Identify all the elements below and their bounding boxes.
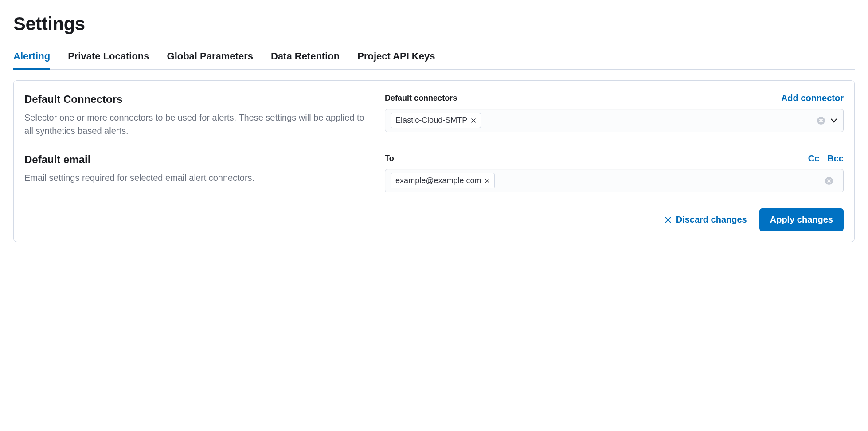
email-pill-label: example@example.com xyxy=(395,176,481,185)
clear-email-icon[interactable] xyxy=(825,176,833,185)
settings-panel: Default Connectors Selector one or more … xyxy=(13,80,855,242)
email-pill: example@example.com xyxy=(391,173,495,188)
email-to-combo-box[interactable]: example@example.com xyxy=(385,169,844,192)
panel-footer: Discard changes Apply changes xyxy=(24,208,844,231)
section-desc-email: Email settings required for selected ema… xyxy=(24,171,371,184)
connector-pill-label: Elastic-Cloud-SMTP xyxy=(395,116,467,125)
tab-private-locations[interactable]: Private Locations xyxy=(68,51,149,70)
connectors-combo-box[interactable]: Elastic-Cloud-SMTP xyxy=(385,109,844,132)
apply-changes-button[interactable]: Apply changes xyxy=(759,208,844,231)
field-label-to: To xyxy=(385,154,394,163)
discard-label: Discard changes xyxy=(676,215,747,225)
close-icon xyxy=(665,216,672,223)
remove-connector-icon[interactable] xyxy=(471,118,476,123)
cc-link[interactable]: Cc xyxy=(808,153,820,164)
chevron-down-icon[interactable] xyxy=(830,117,838,125)
tab-data-retention[interactable]: Data Retention xyxy=(271,51,340,70)
field-label-connectors: Default connectors xyxy=(385,94,457,103)
section-default-email: Default email Email settings required fo… xyxy=(24,153,844,192)
section-desc-connectors: Selector one or more connectors to be us… xyxy=(24,111,371,137)
clear-connectors-icon[interactable] xyxy=(817,116,825,125)
discard-changes-button[interactable]: Discard changes xyxy=(665,215,747,225)
remove-email-icon[interactable] xyxy=(485,178,490,184)
tab-project-api-keys[interactable]: Project API Keys xyxy=(357,51,435,70)
section-default-connectors: Default Connectors Selector one or more … xyxy=(24,93,844,137)
page-title: Settings xyxy=(13,13,855,35)
tab-global-parameters[interactable]: Global Parameters xyxy=(167,51,253,70)
section-title-email: Default email xyxy=(24,153,371,166)
bcc-link[interactable]: Bcc xyxy=(827,153,844,164)
section-title-connectors: Default Connectors xyxy=(24,93,371,106)
add-connector-link[interactable]: Add connector xyxy=(781,93,844,103)
tabs: Alerting Private Locations Global Parame… xyxy=(13,51,855,70)
connector-pill: Elastic-Cloud-SMTP xyxy=(391,113,481,128)
tab-alerting[interactable]: Alerting xyxy=(13,51,50,70)
